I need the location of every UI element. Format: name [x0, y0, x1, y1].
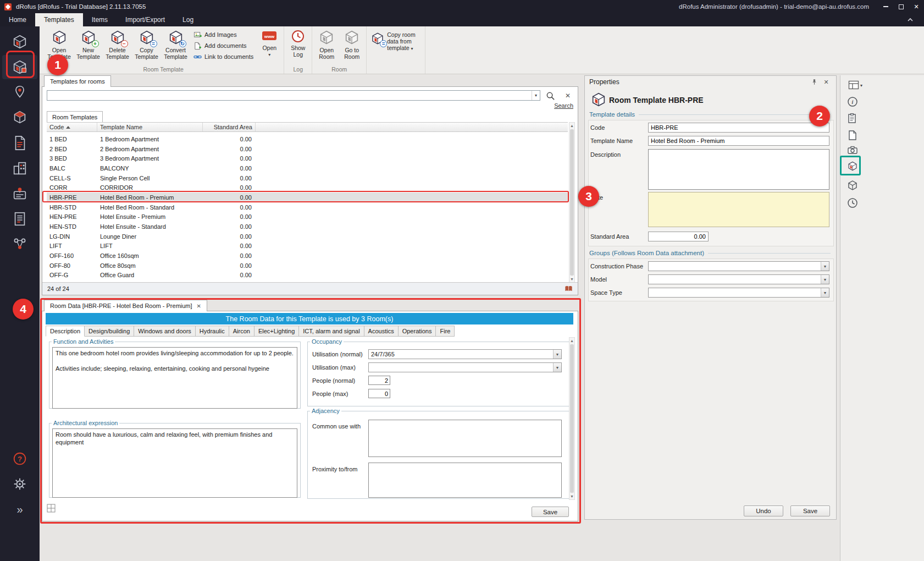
table-row[interactable]: OFF-G Office Guard 0.00: [47, 271, 568, 280]
table-row[interactable]: 1 BED 1 Bedroom Apartment 0.00: [47, 134, 568, 144]
history-tab[interactable]: [843, 195, 862, 211]
search-link[interactable]: Search: [554, 102, 573, 109]
table-row[interactable]: HBR-STD Hotel Bed Room - Standard 0.00: [47, 202, 568, 212]
room-data-sheet-tab[interactable]: [843, 111, 862, 126]
sidebar-item-documents[interactable]: [2, 131, 37, 155]
template-search-input[interactable]: [47, 91, 532, 100]
table-row[interactable]: 3 BED 3 Bedroom Apartment 0.00: [47, 153, 568, 163]
sidebar-item-buildings[interactable]: [2, 156, 37, 180]
pin-panel-button[interactable]: [809, 76, 820, 87]
sidebar-item-items[interactable]: [2, 80, 37, 105]
chevron-down-icon: ▾: [411, 46, 413, 51]
standard-area-input[interactable]: [648, 232, 709, 241]
space-type-select[interactable]: ▼: [648, 288, 829, 298]
camera-icon: [847, 145, 858, 156]
room-templates-tab[interactable]: Room Templates: [47, 111, 103, 122]
documents-tab[interactable]: [843, 128, 862, 143]
table-row[interactable]: CELL-S Single Person Cell 0.00: [47, 173, 568, 183]
go-to-room-button[interactable]: Go to Room: [339, 27, 364, 63]
tab-home[interactable]: Home: [0, 13, 35, 26]
column-header-standard-area[interactable]: Standard Area: [203, 123, 256, 131]
template-name-input[interactable]: [648, 136, 829, 146]
table-row[interactable]: BALC BALCONY 0.00: [47, 163, 568, 173]
pin-icon: [811, 78, 818, 86]
room-template-icon: [590, 91, 607, 108]
templates-for-rooms-tab[interactable]: Templates for rooms: [44, 75, 111, 87]
open-room-button[interactable]: Open Room: [314, 27, 339, 63]
code-header-label: Code: [49, 124, 64, 130]
reports-icon: [12, 211, 28, 227]
convert-template-button[interactable]: ↻ Convert Template: [161, 27, 190, 63]
table-row[interactable]: HEN-STD Hotel Ensuite - Standard 0.00: [47, 222, 568, 232]
www-open-button[interactable]: www Open ▾: [257, 27, 282, 63]
construction-phase-select[interactable]: ▼: [648, 261, 829, 271]
table-row[interactable]: 2 BED 2 Bedroom Apartment 0.00: [47, 144, 568, 154]
table-row[interactable]: OFF-80 Office 80sqm 0.00: [47, 261, 568, 271]
table-header: Code Template Name Standard Area: [47, 122, 568, 132]
cell-code: BALC: [47, 165, 97, 172]
close-button[interactable]: ✕: [909, 0, 924, 13]
undo-button[interactable]: Undo: [744, 505, 783, 516]
annotation-badge-4: 4: [13, 299, 34, 320]
view-layout-button[interactable]: ▾: [843, 78, 867, 93]
cell-code: HEN-STD: [47, 223, 97, 230]
cell-code: OFF-160: [47, 252, 97, 259]
clear-search-button[interactable]: ✕: [562, 90, 573, 101]
annotation-badge-1: 1: [47, 54, 68, 75]
contacts-icon: [12, 236, 28, 252]
gear-icon: [12, 476, 28, 492]
www-open-label: Open: [262, 45, 276, 51]
table-row[interactable]: LIFT LIFT 0.00: [47, 241, 568, 251]
add-documents-label: Add documents: [204, 42, 246, 49]
table-row[interactable]: HEN-PRE Hotel Ensuite - Premium 0.00: [47, 212, 568, 222]
properties-save-button[interactable]: Save: [790, 505, 830, 516]
model-tab[interactable]: [843, 178, 862, 193]
add-images-button[interactable]: Add Images: [193, 30, 253, 39]
table-scrollbar[interactable]: ▲ ▼: [569, 122, 575, 283]
minimize-button[interactable]: [878, 0, 893, 13]
annotation-box-template-tab: [840, 156, 861, 175]
code-input[interactable]: [648, 123, 829, 133]
tab-log[interactable]: Log: [174, 13, 202, 26]
description-textarea[interactable]: [648, 149, 829, 190]
sidebar-item-expand[interactable]: »: [2, 497, 37, 521]
link-to-documents-button[interactable]: Link to documents: [193, 52, 253, 61]
info-tab[interactable]: i: [843, 94, 862, 109]
tab-import-export[interactable]: Import/Export: [117, 13, 174, 26]
sidebar-item-reports[interactable]: [2, 207, 37, 231]
table-row[interactable]: LG-DIN Lounge Diner 0.00: [47, 232, 568, 241]
tab-templates[interactable]: Templates: [35, 13, 83, 26]
sidebar-item-settings[interactable]: [2, 472, 37, 496]
copy-room-data-button[interactable]: = Copy room data from template ▾: [368, 27, 423, 52]
close-panel-button[interactable]: ✕: [821, 76, 832, 87]
tab-items[interactable]: Items: [83, 13, 117, 26]
cell-standard-area: 0.00: [203, 262, 256, 269]
properties-header: Room Template HBR-PRE: [609, 96, 704, 105]
model-select[interactable]: ▼: [648, 274, 829, 284]
show-log-button[interactable]: Show Log: [286, 27, 310, 63]
add-documents-button[interactable]: Add documents: [193, 41, 253, 50]
log-book-icon[interactable]: [565, 285, 573, 293]
table-row[interactable]: OFF-160 Office 160sqm 0.00: [47, 251, 568, 261]
maximize-button[interactable]: [893, 0, 909, 13]
new-template-button[interactable]: + New Template: [74, 27, 103, 63]
chevron-down-icon: ▾: [532, 91, 540, 100]
cell-code: LG-DIN: [47, 233, 97, 240]
sidebar-item-products[interactable]: [2, 106, 37, 130]
chevron-up-icon: [907, 17, 914, 23]
sidebar-item-contacts[interactable]: [2, 232, 37, 256]
sidebar-item-help[interactable]: ?: [2, 447, 37, 471]
delete-template-button[interactable]: − Delete Template: [103, 27, 132, 63]
column-header-code[interactable]: Code: [47, 123, 97, 131]
scrollbar-thumb[interactable]: [570, 129, 574, 276]
note-textarea[interactable]: [648, 192, 829, 227]
column-header-template-name[interactable]: Template Name: [97, 123, 203, 131]
groups-section: Groups (Follows Room Data attachment): [589, 250, 831, 256]
room-templates-tab-label: Room Templates: [52, 114, 97, 120]
copy-template-button[interactable]: = Copy Template: [132, 27, 161, 63]
room-templates-table: 1 BED 1 Bedroom Apartment 0.00 2 BED 2 B…: [47, 134, 568, 283]
sidebar-item-systems[interactable]: [2, 182, 37, 206]
search-button[interactable]: [545, 90, 556, 101]
annotation-badge-3: 3: [578, 186, 599, 207]
collapse-ribbon-button[interactable]: [905, 16, 915, 24]
